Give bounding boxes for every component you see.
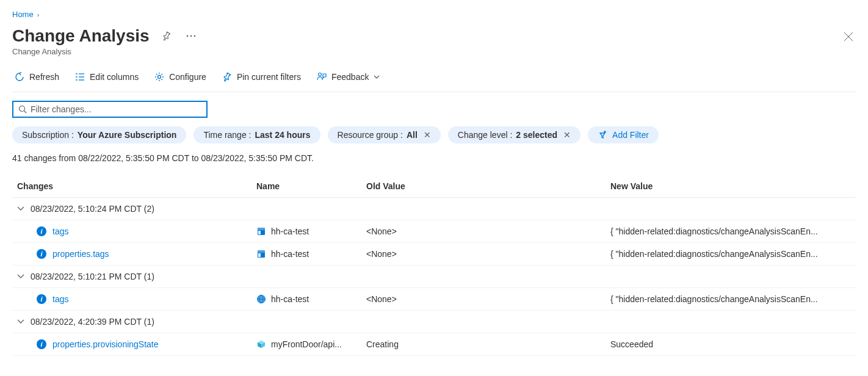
title-row: Change Analysis: [12, 26, 856, 46]
new-value: { "hidden-related:diagnostics/changeAnal…: [610, 249, 856, 259]
table-row[interactable]: i tags hh-ca-test <None> { "hidden-relat…: [12, 288, 856, 311]
svg-point-2: [193, 35, 195, 37]
status-text: 41 changes from 08/22/2022, 5:35:50 PM C…: [12, 153, 856, 163]
filter-pills: Subscription : Your Azure Subscription T…: [12, 126, 856, 143]
chevron-down-icon: [374, 75, 380, 79]
breadcrumb-home[interactable]: Home: [12, 10, 34, 19]
svg-point-0: [186, 35, 188, 37]
table-header: Changes Name Old Value New Value: [12, 175, 856, 198]
old-value: <None>: [366, 294, 610, 304]
breadcrumb: Home ›: [12, 10, 856, 19]
resource-icon: [256, 249, 266, 259]
resource-name: myFrontDoor/api...: [271, 339, 342, 349]
edit-columns-button[interactable]: Edit columns: [73, 71, 141, 83]
gear-icon: [154, 72, 164, 82]
resource-icon: [256, 226, 266, 236]
svg-point-12: [318, 73, 321, 76]
pill-subscription[interactable]: Subscription : Your Azure Subscription: [12, 126, 186, 143]
remove-filter-icon[interactable]: ✕: [424, 130, 431, 140]
group-row[interactable]: 08/23/2022, 5:10:21 PM CDT (1): [12, 266, 856, 288]
new-value: { "hidden-related:diagnostics/changeAnal…: [610, 226, 856, 236]
remove-filter-icon[interactable]: ✕: [563, 130, 571, 140]
pin-icon: [162, 31, 172, 41]
pill-change-level[interactable]: Change level : 2 selected ✕: [448, 126, 580, 143]
info-icon: i: [37, 339, 46, 349]
feedback-button[interactable]: Feedback: [314, 71, 382, 83]
svg-point-1: [190, 35, 192, 37]
more-icon: [186, 35, 196, 37]
close-button[interactable]: [844, 32, 853, 42]
changes-table: Changes Name Old Value New Value 08/23/2…: [12, 175, 856, 356]
chevron-down-icon: [17, 319, 24, 324]
old-value: <None>: [366, 249, 610, 259]
col-header-name[interactable]: Name: [256, 181, 366, 191]
resource-name: hh-ca-test: [271, 249, 309, 259]
resource-name: hh-ca-test: [271, 294, 309, 304]
toolbar: Refresh Edit columns Configure Pin curre…: [12, 67, 856, 92]
change-link[interactable]: tags: [52, 226, 68, 236]
new-value: Succeeded: [610, 339, 856, 349]
change-link[interactable]: tags: [52, 294, 68, 304]
old-value: <None>: [366, 226, 610, 236]
info-icon: i: [37, 226, 46, 236]
pin-button[interactable]: [159, 29, 174, 43]
pin-filters-icon: [222, 72, 232, 82]
table-row[interactable]: i properties.provisioningState myFrontDo…: [12, 333, 856, 356]
chevron-down-icon: [17, 206, 24, 211]
chevron-right-icon: ›: [37, 11, 40, 18]
pill-time-range[interactable]: Time range : Last 24 hours: [193, 126, 320, 143]
pin-filters-button[interactable]: Pin current filters: [220, 71, 303, 83]
group-header-label: 08/23/2022, 4:20:39 PM CDT (1): [31, 317, 154, 327]
group-header-label: 08/23/2022, 5:10:21 PM CDT (1): [31, 272, 154, 281]
col-header-new[interactable]: New Value: [610, 181, 856, 191]
change-link[interactable]: properties.provisioningState: [52, 339, 159, 349]
close-icon: [844, 32, 853, 42]
refresh-button[interactable]: Refresh: [12, 71, 62, 83]
feedback-icon: [317, 72, 327, 82]
svg-point-13: [20, 106, 25, 112]
table-row[interactable]: i tags hh-ca-test <None> { "hidden-relat…: [12, 220, 856, 243]
col-header-old[interactable]: Old Value: [366, 181, 610, 191]
resource-icon: [256, 294, 266, 304]
add-filter-button[interactable]: Add Filter: [588, 126, 659, 143]
configure-button[interactable]: Configure: [152, 71, 209, 83]
refresh-icon: [15, 72, 24, 82]
chevron-down-icon: [17, 274, 24, 279]
info-icon: i: [37, 294, 46, 304]
add-filter-icon: [598, 130, 607, 140]
page-subtitle: Change Analysis: [12, 47, 856, 56]
svg-point-11: [158, 76, 161, 79]
page-title: Change Analysis: [12, 26, 150, 46]
resource-name: hh-ca-test: [271, 226, 309, 236]
filter-input-container[interactable]: [12, 101, 208, 118]
filter-input[interactable]: [31, 104, 201, 114]
resource-icon: [256, 339, 266, 349]
change-link[interactable]: properties.tags: [52, 249, 109, 259]
new-value: { "hidden-related:diagnostics/changeAnal…: [610, 294, 856, 304]
columns-icon: [75, 72, 85, 82]
old-value: Creating: [366, 339, 610, 349]
search-icon: [18, 105, 27, 114]
svg-line-14: [24, 111, 27, 114]
col-header-changes[interactable]: Changes: [12, 181, 256, 191]
group-row[interactable]: 08/23/2022, 5:10:24 PM CDT (2): [12, 198, 856, 220]
group-row[interactable]: 08/23/2022, 4:20:39 PM CDT (1): [12, 311, 856, 333]
pill-resource-group[interactable]: Resource group : All ✕: [328, 126, 441, 143]
table-row[interactable]: i properties.tags hh-ca-test <None> { "h…: [12, 243, 856, 266]
group-header-label: 08/23/2022, 5:10:24 PM CDT (2): [31, 204, 154, 214]
more-button[interactable]: [184, 32, 198, 40]
info-icon: i: [37, 249, 46, 259]
